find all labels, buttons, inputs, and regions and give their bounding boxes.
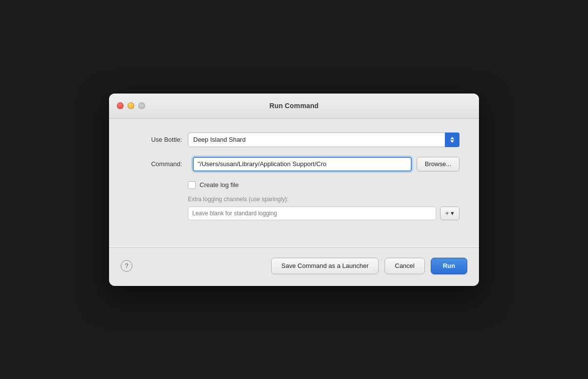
create-log-label: Create log file bbox=[200, 181, 239, 189]
save-launcher-button[interactable]: Save Command as a Launcher bbox=[271, 258, 379, 274]
bottle-select[interactable]: Deep Island Shard bbox=[188, 133, 459, 147]
logging-channels-label: Extra logging channels (use sparingly): bbox=[188, 196, 459, 203]
cancel-button[interactable]: Cancel bbox=[385, 258, 424, 274]
help-button[interactable]: ? bbox=[121, 260, 132, 272]
add-channel-button[interactable]: + ▾ bbox=[440, 207, 459, 220]
minimize-button[interactable] bbox=[128, 102, 134, 109]
bottle-row: Use Bottle: Deep Island Shard bbox=[129, 133, 459, 147]
traffic-lights bbox=[117, 102, 145, 109]
create-log-row: Create log file bbox=[188, 181, 459, 189]
content-area: Use Bottle: Deep Island Shard Command: B… bbox=[109, 119, 479, 234]
add-button-label: + ▾ bbox=[445, 209, 454, 217]
divider bbox=[109, 247, 479, 248]
logging-row: + ▾ bbox=[188, 207, 459, 220]
close-button[interactable] bbox=[117, 102, 124, 109]
zoom-button[interactable] bbox=[138, 102, 145, 109]
titlebar: Run Command bbox=[109, 94, 479, 119]
command-input[interactable] bbox=[193, 157, 412, 171]
options-section: Create log file Extra logging channels (… bbox=[188, 181, 459, 220]
window-title: Run Command bbox=[269, 102, 318, 110]
run-button[interactable]: Run bbox=[431, 258, 467, 274]
bottle-label: Use Bottle: bbox=[129, 136, 182, 143]
footer: ? Save Command as a Launcher Cancel Run bbox=[109, 258, 479, 286]
create-log-checkbox[interactable] bbox=[188, 181, 196, 189]
command-row: Command: Browse... bbox=[129, 157, 459, 171]
command-label: Command: bbox=[129, 160, 182, 168]
run-command-window: Run Command Use Bottle: Deep Island Shar… bbox=[109, 94, 479, 286]
bottle-select-wrapper: Deep Island Shard bbox=[188, 133, 459, 147]
browse-button[interactable]: Browse... bbox=[417, 157, 459, 171]
logging-input[interactable] bbox=[188, 207, 436, 220]
